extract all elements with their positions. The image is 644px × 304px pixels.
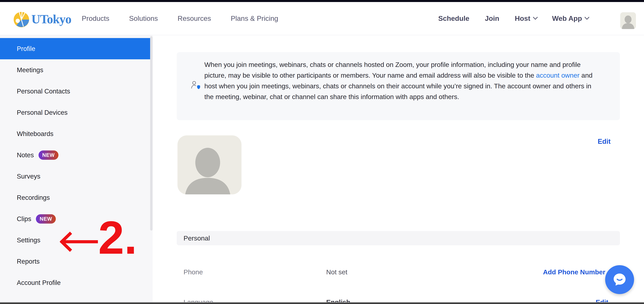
notice-text-before: When you join meetings, webinars, chats … <box>204 61 580 79</box>
nav-webapp-dropdown[interactable]: Web App <box>552 14 588 22</box>
new-badge: NEW <box>36 214 56 224</box>
nav-host-dropdown[interactable]: Host <box>515 14 536 22</box>
new-badge: NEW <box>38 150 58 160</box>
sidebar-item-profile[interactable]: Profile <box>0 38 152 59</box>
sidebar-item-personal-contacts[interactable]: Personal Contacts <box>0 81 152 102</box>
profile-picture-placeholder[interactable] <box>178 135 242 194</box>
chevron-down-icon <box>584 15 589 20</box>
sidebar-item-personal-devices[interactable]: Personal Devices <box>0 102 152 123</box>
person-shield-privacy-icon <box>190 80 200 91</box>
sidebar-item-account-profile[interactable]: Account Profile <box>0 272 152 293</box>
utokyo-logo-mark-icon <box>13 9 30 29</box>
annotation-step-number: 2. <box>98 214 137 261</box>
sidebar-item-notes[interactable]: Notes NEW <box>0 144 152 166</box>
phone-value: Not set <box>326 268 347 276</box>
nav-resources[interactable]: Resources <box>178 14 211 22</box>
support-chat-button[interactable] <box>605 265 634 294</box>
top-navigation-bar: UTokyo Products Solutions Resources Plan… <box>0 2 644 35</box>
sidebar-scrollbar[interactable] <box>150 36 152 231</box>
profile-edit-link[interactable]: Edit <box>598 138 610 145</box>
red-arrow-left-icon <box>60 228 99 257</box>
chat-bubble-icon <box>612 272 627 287</box>
nav-schedule[interactable]: Schedule <box>438 14 469 22</box>
chevron-down-icon <box>533 15 538 20</box>
primary-nav: Products Solutions Resources Plans & Pri… <box>82 2 278 35</box>
sidebar-item-recordings[interactable]: Recordings <box>0 187 152 208</box>
phone-label: Phone <box>184 268 203 276</box>
utokyo-logo-text: UTokyo <box>32 12 71 26</box>
privacy-notice-card: When you join meetings, webinars, chats … <box>177 52 620 120</box>
user-avatar-placeholder-icon <box>178 135 242 194</box>
zoom-profile-page: UTokyo Products Solutions Resources Plan… <box>0 0 644 304</box>
user-avatar-placeholder-icon <box>620 12 636 29</box>
sidebar-item-whiteboards[interactable]: Whiteboards <box>0 123 152 144</box>
add-phone-number-link[interactable]: Add Phone Number <box>543 268 605 276</box>
personal-section-title: Personal <box>184 235 210 242</box>
nav-join[interactable]: Join <box>485 14 499 22</box>
account-owner-link[interactable]: account owner <box>536 72 580 79</box>
top-letterbox-bar <box>0 0 644 2</box>
sidebar-item-meetings[interactable]: Meetings <box>0 59 152 81</box>
profile-menu-avatar[interactable] <box>620 12 636 29</box>
sidebar-item-surveys[interactable]: Surveys <box>0 166 152 187</box>
privacy-notice-text: When you join meetings, webinars, chats … <box>204 59 602 102</box>
nav-products[interactable]: Products <box>82 14 110 22</box>
bottom-letterbox-bar <box>0 302 644 304</box>
utokyo-logo[interactable]: UTokyo <box>13 9 71 29</box>
nav-solutions[interactable]: Solutions <box>129 14 158 22</box>
personal-section-header: Personal <box>177 231 620 245</box>
account-nav: Schedule Join Host Web App <box>438 2 588 35</box>
nav-plans-pricing[interactable]: Plans & Pricing <box>231 14 278 22</box>
